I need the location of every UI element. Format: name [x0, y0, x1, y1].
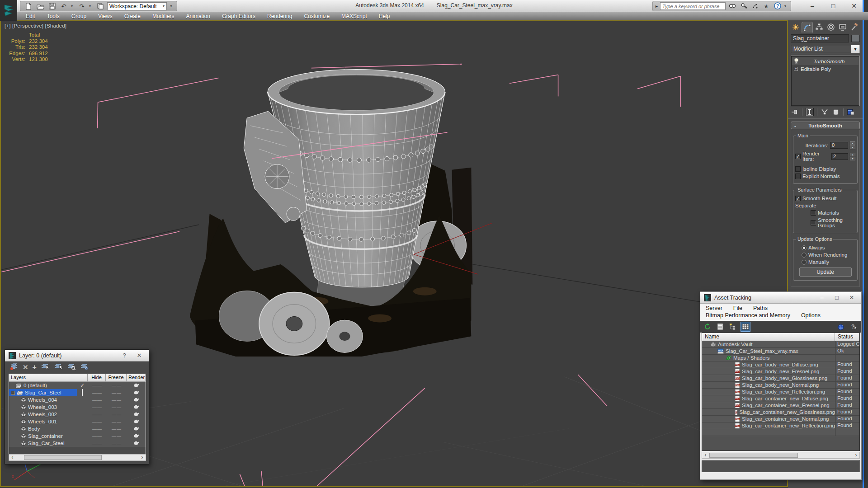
tree-view-icon[interactable] [728, 322, 737, 331]
list-view-icon[interactable] [716, 322, 725, 331]
delete-layer-icon[interactable]: ✕ [23, 363, 28, 371]
asset-row-bitmap[interactable]: PNGSlag_car_body_new_Fresnel.png Found [702, 368, 859, 375]
freeze-toggle[interactable]: — — [106, 405, 127, 410]
close-button[interactable]: ✕ [844, 0, 864, 11]
context-help-icon[interactable]: ? [849, 322, 859, 331]
undo-dropdown-icon[interactable]: ▾ [71, 4, 75, 8]
tab-display[interactable] [837, 22, 848, 33]
freeze-toggle[interactable]: — — [106, 398, 127, 403]
tab-create[interactable] [790, 22, 801, 33]
asset-close-button[interactable]: ✕ [846, 294, 858, 301]
iterations-spinner[interactable]: ▲ ▼ [850, 141, 855, 149]
hide-toggle[interactable]: — — [88, 398, 106, 403]
menu-create[interactable]: Create [118, 12, 146, 20]
make-unique-icon[interactable] [821, 108, 829, 116]
maximize-button[interactable]: □ [823, 0, 844, 11]
render-toggle[interactable] [127, 418, 146, 425]
sign-in-key-icon[interactable] [739, 2, 748, 10]
column-status[interactable]: Status [835, 333, 859, 341]
render-iters-spinner[interactable]: ▲ ▼ [850, 153, 855, 160]
render-toggle[interactable] [127, 389, 146, 396]
favorites-star-icon[interactable]: ★ [762, 2, 771, 10]
set-current-layer-icon[interactable] [54, 363, 63, 371]
tab-utilities[interactable] [849, 22, 860, 33]
scroll-left-icon[interactable]: ‹ [702, 452, 709, 458]
freeze-toggle[interactable]: — — [106, 434, 127, 439]
scroll-right-icon[interactable]: › [853, 452, 859, 458]
scroll-thumb[interactable] [709, 453, 798, 458]
tab-hierarchy[interactable] [813, 22, 825, 33]
collapse-icon[interactable]: - [11, 391, 15, 395]
scroll-left-icon[interactable]: ‹ [9, 455, 16, 460]
menu-views[interactable]: Views [92, 12, 118, 20]
asset-row-bitmap[interactable]: PNGSlag_car_container_new_Reflection.png… [702, 422, 859, 429]
asset-row-bitmap[interactable]: PNGSlag_car_container_new_Fresnel.png Fo… [702, 402, 859, 409]
always-radio[interactable] [802, 245, 807, 250]
iterations-field[interactable]: 0 [830, 142, 848, 149]
online-help-icon[interactable]: ? [837, 322, 846, 331]
hide-toggle[interactable]: — — [88, 383, 106, 388]
menu-options[interactable]: Options [801, 312, 821, 319]
hide-toggle[interactable]: — — [88, 405, 106, 410]
undo-icon[interactable]: ↶ [59, 2, 68, 10]
stack-item-editable-poly[interactable]: + Editable Poly [792, 65, 859, 73]
layer-row-object[interactable]: Wheels_002 — — — — [9, 411, 146, 418]
asset-horizontal-scrollbar[interactable]: ‹ › [702, 452, 860, 459]
tab-modify[interactable] [802, 22, 813, 33]
asset-row-maxfile[interactable]: MAXSlag_Car_Steel_max_vray.max Ok [702, 348, 859, 355]
layer-row-object[interactable]: Body — — — — [9, 425, 146, 432]
spinner-up-icon[interactable]: ▲ [850, 141, 855, 145]
render-toggle[interactable] [127, 440, 146, 446]
new-scene-icon[interactable] [24, 2, 33, 10]
column-name[interactable]: Name [702, 333, 835, 341]
layer-row-slag-car-steel[interactable]: -Slag_Car_Steel — — — — [9, 389, 146, 396]
help-dropdown-icon[interactable]: ▾ [784, 4, 788, 8]
spinner-down-icon[interactable]: ▼ [850, 157, 855, 160]
tab-motion[interactable] [825, 22, 836, 33]
menu-paths[interactable]: Paths [753, 305, 768, 311]
remove-modifier-icon[interactable] [832, 108, 840, 116]
highlight-layer-icon[interactable] [67, 363, 76, 371]
render-toggle[interactable] [127, 426, 146, 432]
menu-customize[interactable]: Customize [298, 12, 335, 20]
asset-row-bitmap[interactable]: PNGSlag_car_body_new_Normal.png Found [702, 382, 859, 389]
materials-checkbox[interactable] [811, 210, 816, 216]
spinner-up-icon[interactable]: ▲ [850, 153, 855, 156]
table-view-icon[interactable] [741, 322, 750, 331]
layer-dialog-titlebar[interactable]: Layer: 0 (default) ? ✕ [5, 350, 149, 361]
freeze-toggle[interactable]: — — [106, 412, 127, 417]
refresh-icon[interactable] [703, 322, 712, 331]
freeze-toggle[interactable]: — — [106, 419, 127, 424]
asset-maximize-button[interactable]: □ [831, 294, 843, 301]
asset-row-bitmap[interactable]: PNGSlag_car_body_new_Glossiness.png Foun… [702, 375, 859, 382]
render-toggle[interactable] [127, 404, 146, 410]
render-toggle[interactable] [127, 433, 146, 439]
smoothing-groups-checkbox[interactable] [811, 220, 816, 225]
modifier-list-dropdown[interactable]: Modifier List [791, 45, 851, 53]
render-iters-field[interactable]: 2 [831, 153, 848, 160]
modifier-list-arrow-icon[interactable]: ▼ [851, 45, 860, 53]
asset-row-maps[interactable]: Maps / Shaders [702, 355, 859, 361]
render-toggle[interactable] [127, 411, 146, 418]
asset-row-bitmap[interactable]: PNGSlag_car_body_new_Reflection.png Foun… [702, 389, 859, 395]
menu-server[interactable]: Server [706, 305, 722, 311]
object-name-field[interactable]: Slag_container [791, 34, 849, 42]
app-logo[interactable] [0, 0, 17, 21]
render-toggle[interactable] [127, 397, 146, 403]
menu-graph-editors[interactable]: Graph Editors [216, 12, 261, 20]
qat-flyout-icon[interactable]: ▼ [170, 5, 173, 8]
turbosmooth-rollout-header[interactable]: - TurboSmooth [791, 122, 860, 129]
menu-help[interactable]: Help [373, 12, 396, 20]
show-end-result-icon[interactable] [806, 108, 814, 116]
redo-icon[interactable]: ↷ [77, 2, 86, 10]
explicit-normals-checkbox[interactable] [795, 174, 801, 179]
infocenter-expand-icon[interactable]: ▸ [656, 4, 658, 9]
when-rendering-radio[interactable] [802, 253, 807, 258]
menu-tools[interactable]: Tools [41, 12, 66, 20]
layer-row-object[interactable]: Slag_container — — — — [9, 432, 146, 440]
asset-row-vault[interactable]: Autodesk Vault Logged O [702, 341, 859, 348]
expand-icon[interactable]: + [794, 67, 798, 71]
workspace-dropdown-icon[interactable]: ▾ [163, 4, 165, 8]
menu-group[interactable]: Group [66, 12, 92, 20]
add-to-layer-icon[interactable]: + [33, 363, 37, 371]
